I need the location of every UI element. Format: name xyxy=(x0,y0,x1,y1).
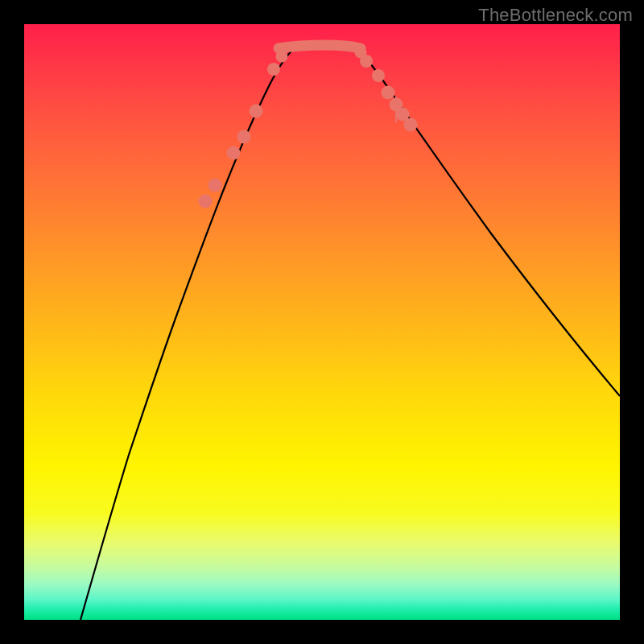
svg-point-2 xyxy=(227,147,241,160)
svg-point-8 xyxy=(360,55,373,68)
svg-point-4 xyxy=(250,105,263,118)
left-branch xyxy=(80,48,294,620)
right-markers xyxy=(355,47,418,132)
svg-point-0 xyxy=(199,195,213,208)
svg-point-5 xyxy=(267,63,280,76)
svg-point-10 xyxy=(382,86,395,100)
watermark-text: TheBottleneck.com xyxy=(478,5,633,26)
svg-point-3 xyxy=(237,130,251,144)
svg-point-13 xyxy=(404,118,418,132)
svg-point-6 xyxy=(276,51,288,63)
left-markers xyxy=(199,51,288,208)
curve-layer xyxy=(24,24,620,620)
svg-point-1 xyxy=(208,179,222,192)
svg-point-9 xyxy=(372,69,385,82)
chart-frame: TheBottleneck.com xyxy=(0,0,644,644)
valley-floor xyxy=(279,45,361,48)
plot-area xyxy=(24,24,620,620)
